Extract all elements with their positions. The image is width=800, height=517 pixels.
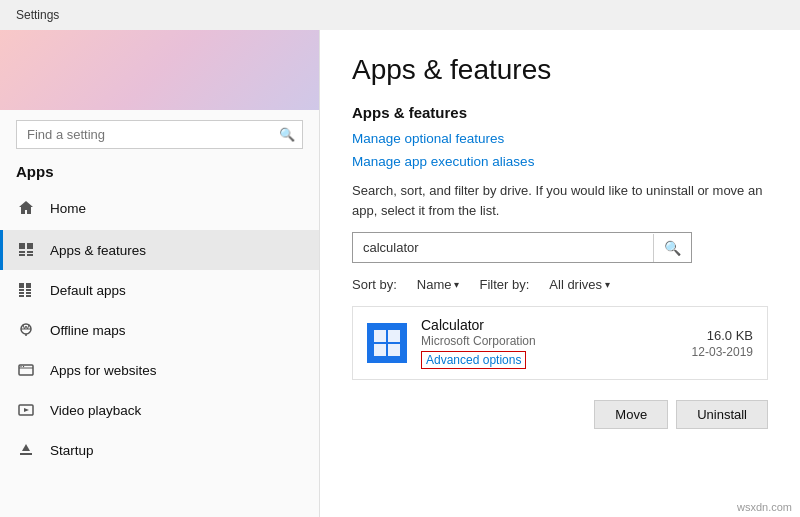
- sidebar-item-apps-features-label: Apps & features: [50, 243, 146, 258]
- svg-point-19: [23, 366, 24, 367]
- sort-chevron-icon: ▾: [454, 279, 459, 290]
- app-item-calculator[interactable]: Calculator Microsoft Corporation Advance…: [352, 306, 768, 380]
- title-bar: Settings: [0, 0, 800, 30]
- icon-cell-1: [374, 330, 386, 342]
- offline-maps-icon: [16, 320, 36, 340]
- sidebar-nav: Home Apps & features: [0, 186, 319, 517]
- app-publisher: Microsoft Corporation: [421, 334, 672, 348]
- sidebar-item-apps-features[interactable]: Apps & features: [0, 230, 319, 270]
- sidebar-search-container: 🔍: [16, 120, 303, 149]
- svg-rect-6: [19, 283, 24, 288]
- section-title: Apps & features: [352, 104, 768, 121]
- apps-websites-icon: [16, 360, 36, 380]
- uninstall-button[interactable]: Uninstall: [676, 400, 768, 429]
- calculator-icon-grid: [374, 330, 400, 356]
- svg-marker-21: [24, 408, 29, 412]
- svg-rect-9: [19, 295, 24, 297]
- app-advanced-options-link[interactable]: Advanced options: [421, 351, 526, 369]
- filter-by-value[interactable]: All drives ▾: [549, 277, 610, 292]
- app-search-input[interactable]: [353, 233, 653, 262]
- page-title: Apps & features: [352, 54, 768, 86]
- svg-rect-2: [19, 251, 25, 253]
- sidebar-item-offline-maps[interactable]: Offline maps: [0, 310, 319, 350]
- filter-chevron-icon: ▾: [605, 279, 610, 290]
- svg-marker-23: [22, 444, 30, 451]
- watermark: wsxdn.com: [737, 501, 792, 513]
- icon-cell-2: [388, 330, 400, 342]
- sidebar-item-offline-maps-label: Offline maps: [50, 323, 126, 338]
- manage-app-execution-aliases-link[interactable]: Manage app execution aliases: [352, 154, 768, 169]
- video-playback-icon: [16, 400, 36, 420]
- content-area: Apps & features Apps & features Manage o…: [320, 30, 800, 517]
- action-buttons: Move Uninstall: [352, 400, 768, 429]
- sort-filter-row: Sort by: Name ▾ Filter by: All drives ▾: [352, 277, 768, 292]
- sort-by-label: Sort by:: [352, 277, 397, 292]
- app-search-button[interactable]: 🔍: [653, 234, 691, 262]
- app-size-date: 16.0 KB 12-03-2019: [692, 328, 753, 359]
- svg-point-18: [20, 366, 21, 367]
- app-date: 12-03-2019: [692, 345, 753, 359]
- manage-optional-features-link[interactable]: Manage optional features: [352, 131, 768, 146]
- sidebar-item-home-label: Home: [50, 201, 86, 216]
- apps-icon: [16, 240, 36, 260]
- filter-by-label: Filter by:: [479, 277, 529, 292]
- search-box-container: 🔍: [352, 232, 692, 263]
- svg-rect-13: [26, 295, 31, 297]
- svg-rect-11: [26, 289, 31, 291]
- default-apps-icon: [16, 280, 36, 300]
- app-name: Calculator: [421, 317, 672, 333]
- svg-rect-10: [26, 283, 31, 288]
- app-size: 16.0 KB: [692, 328, 753, 343]
- home-icon: [16, 198, 36, 218]
- title-bar-label: Settings: [16, 8, 59, 22]
- svg-rect-4: [27, 251, 33, 253]
- sidebar-gradient: [0, 30, 319, 110]
- sidebar: 🔍 Apps Home: [0, 30, 320, 517]
- svg-rect-0: [19, 243, 25, 249]
- sidebar-item-default-apps-label: Default apps: [50, 283, 126, 298]
- sidebar-item-apps-websites[interactable]: Apps for websites: [0, 350, 319, 390]
- svg-rect-22: [20, 453, 32, 455]
- svg-rect-12: [26, 292, 31, 294]
- app-info: Calculator Microsoft Corporation Advance…: [421, 317, 672, 369]
- sidebar-search-wrap: 🔍: [0, 110, 319, 159]
- sidebar-item-video-playback-label: Video playback: [50, 403, 141, 418]
- sidebar-item-home[interactable]: Home: [0, 186, 319, 230]
- move-button[interactable]: Move: [594, 400, 668, 429]
- sidebar-item-apps-websites-label: Apps for websites: [50, 363, 157, 378]
- sidebar-item-startup[interactable]: Startup: [0, 430, 319, 470]
- sidebar-section-label: Apps: [0, 159, 319, 186]
- svg-rect-8: [19, 292, 24, 294]
- main-layout: 🔍 Apps Home: [0, 30, 800, 517]
- description-text: Search, sort, and filter by drive. If yo…: [352, 181, 768, 220]
- sidebar-item-startup-label: Startup: [50, 443, 94, 458]
- svg-rect-5: [27, 254, 33, 256]
- icon-cell-4: [388, 344, 400, 356]
- sidebar-item-default-apps[interactable]: Default apps: [0, 270, 319, 310]
- startup-icon: [16, 440, 36, 460]
- icon-cell-3: [374, 344, 386, 356]
- sort-by-value[interactable]: Name ▾: [417, 277, 460, 292]
- svg-rect-3: [19, 254, 25, 256]
- svg-rect-7: [19, 289, 24, 291]
- svg-rect-1: [27, 243, 33, 249]
- calculator-app-icon: [367, 323, 407, 363]
- sidebar-item-video-playback[interactable]: Video playback: [0, 390, 319, 430]
- sidebar-search-input[interactable]: [16, 120, 303, 149]
